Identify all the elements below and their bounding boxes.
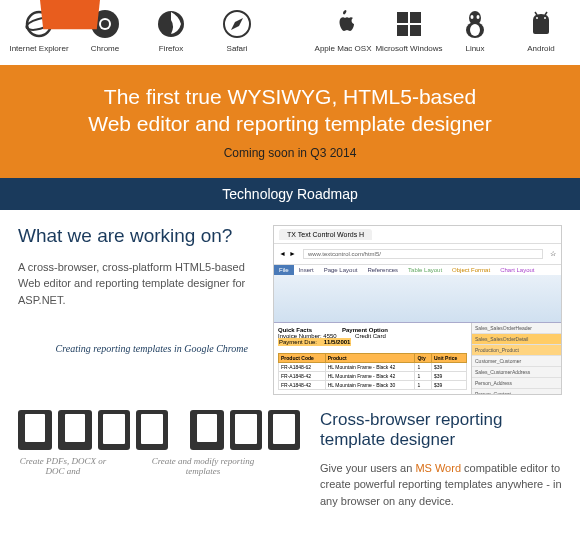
- device-tablet2-icon: [136, 410, 168, 450]
- svg-point-15: [470, 24, 480, 36]
- ss-th-2: Qty: [415, 353, 431, 362]
- platform-android: Android: [517, 8, 565, 53]
- ss-td: 1: [415, 380, 431, 389]
- ss-tab-chartlayout: Chart Layout: [495, 265, 539, 275]
- working-title: What we are working on?: [18, 225, 258, 247]
- bottom-section: 🍎 ▲ 🐧 ⊞ ⊞ Create PDFs, DOCX or DOC and C…: [0, 400, 580, 520]
- svg-line-19: [545, 12, 547, 15]
- ss-card: Credit Card: [355, 333, 386, 339]
- ss-browser-tab: TX Text Control Words H: [279, 229, 372, 240]
- ss-td: HL Mountain Frame - Black 30: [325, 380, 415, 389]
- android-label: Android: [527, 44, 555, 53]
- bottom-accent: MS Word: [415, 462, 461, 474]
- svg-rect-9: [397, 25, 408, 36]
- ss-url: www.textcontrol.com/html5/: [303, 249, 543, 259]
- ss-document: Quick Facts Payment Option Invoice Numbe…: [274, 323, 471, 395]
- devices-illustration: 🍎 ▲ 🐧 ⊞ ⊞ Create PDFs, DOCX or DOC and C…: [18, 410, 300, 510]
- firefox-icon: [155, 8, 187, 40]
- ss-ribbon: [274, 275, 561, 323]
- ss-paydate: 11/5/2001: [324, 339, 351, 345]
- ss-table: Product CodeProductQtyUnit Price FR-A184…: [278, 353, 467, 390]
- ss-tab-pagelayout: Page Layout: [319, 265, 363, 275]
- ss-ribbon-tabs: File Insert Page Layout References Table…: [274, 265, 561, 275]
- ss-star-icon: ☆: [550, 250, 556, 258]
- svg-line-18: [535, 12, 537, 15]
- working-caption: Creating reporting templates in Google C…: [18, 343, 258, 354]
- browser-safari: Safari: [213, 8, 261, 53]
- device-win2-icon: ⊞: [268, 410, 300, 450]
- svg-point-14: [477, 15, 480, 19]
- device-caption-2: Create PDFs, DOCX or DOC and: [18, 456, 108, 476]
- ss-td: HL Mountain Frame - Black 42: [325, 371, 415, 380]
- platform-linux: Linux: [451, 8, 499, 53]
- hero-title-line1: The first true WYSIWYG, HTML5-based: [20, 83, 560, 110]
- ss-td: FR-A1848-42: [279, 380, 326, 389]
- ss-tab-tablelayout: Table Layout: [403, 265, 447, 275]
- ss-panel-item: Sales_CustomerAddress: [472, 367, 561, 378]
- ss-panel-item: Person_Address: [472, 378, 561, 389]
- ss-th-1: Product: [325, 353, 415, 362]
- mac-label: Apple Mac OSX: [315, 44, 372, 53]
- hero-subtitle: Coming soon in Q3 2014: [20, 146, 560, 170]
- ss-td: 1: [415, 362, 431, 371]
- ss-tab-insert: Insert: [294, 265, 319, 275]
- bottom-desc-1: Give your users an: [320, 462, 415, 474]
- editor-screenshot: TX Text Control Words H ◄►www.textcontro…: [273, 225, 562, 395]
- linux-icon: [459, 8, 491, 40]
- svg-point-4: [101, 20, 109, 28]
- working-section: What we are working on? A cross-browser,…: [0, 210, 580, 400]
- ss-td: 1: [415, 371, 431, 380]
- android-icon: [525, 8, 557, 40]
- ss-td: FR-A1848-42: [279, 371, 326, 380]
- device-linux-icon: 🐧: [190, 410, 224, 450]
- ss-panel-item: Person_Contact: [472, 389, 561, 395]
- windows-label: Microsoft Windows: [375, 44, 442, 53]
- ss-panel-item: Sales_SalesOrderDetail: [472, 334, 561, 345]
- svg-rect-10: [410, 25, 421, 36]
- device-win-icon: ⊞: [230, 410, 262, 450]
- ss-panel-item: Production_Product: [472, 345, 561, 356]
- ss-fwd-icon: ►: [289, 250, 296, 257]
- safari-label: Safari: [227, 44, 248, 53]
- ss-panel-item: Sales_SalesOrderHeader: [472, 323, 561, 334]
- svg-point-13: [471, 15, 474, 19]
- svg-point-16: [536, 17, 538, 19]
- ss-fields-panel: Sales_SalesOrderHeader Sales_SalesOrderD…: [471, 323, 561, 395]
- hero-banner: The first true WYSIWYG, HTML5-based Web …: [0, 65, 580, 178]
- device-android-icon: ▲: [58, 410, 92, 450]
- ss-td: $39: [431, 362, 466, 371]
- ss-paydue: Payment Due:: [279, 339, 317, 345]
- bottom-title: Cross-browser reporting template designe…: [320, 410, 562, 450]
- ss-tab-references: References: [362, 265, 403, 275]
- linux-label: Linux: [465, 44, 484, 53]
- platform-mac: Apple Mac OSX: [319, 8, 367, 53]
- working-text: A cross-browser, cross-platform HTML5-ba…: [18, 259, 258, 309]
- svg-rect-8: [410, 12, 421, 23]
- ss-back-icon: ◄: [279, 250, 286, 257]
- hero-title-line2: Web editor and reporting template design…: [20, 110, 560, 137]
- chrome-label: Chrome: [91, 44, 119, 53]
- ss-td: HL Mountain Frame - Black 42: [325, 362, 415, 371]
- svg-point-17: [544, 17, 546, 19]
- ss-td: FR-A1848-62: [279, 362, 326, 371]
- ss-tab-objformat: Object Format: [447, 265, 495, 275]
- svg-rect-7: [397, 12, 408, 23]
- firefox-label: Firefox: [159, 44, 183, 53]
- device-tablet-icon: [98, 410, 130, 450]
- ie-label: Internet Explorer: [9, 44, 68, 53]
- platform-windows: Microsoft Windows: [385, 8, 433, 53]
- device-phone-icon: 🍎: [18, 410, 52, 450]
- apple-icon: [327, 8, 359, 40]
- ss-th-0: Product Code: [279, 353, 326, 362]
- ss-td: $39: [431, 380, 466, 389]
- ss-tab-file: File: [274, 265, 294, 275]
- windows-icon: [393, 8, 425, 40]
- ss-panel-item: Customer_Customer: [472, 356, 561, 367]
- ss-td: $39: [431, 371, 466, 380]
- device-caption-1: Create and modify reporting templates: [148, 456, 258, 476]
- bottom-desc: Give your users an MS Word compatible ed…: [320, 460, 562, 510]
- browser-firefox: Firefox: [147, 8, 195, 53]
- roadmap-bar: Technology Roadmap: [0, 178, 580, 210]
- logo-flap: [40, 0, 100, 29]
- safari-icon: [221, 8, 253, 40]
